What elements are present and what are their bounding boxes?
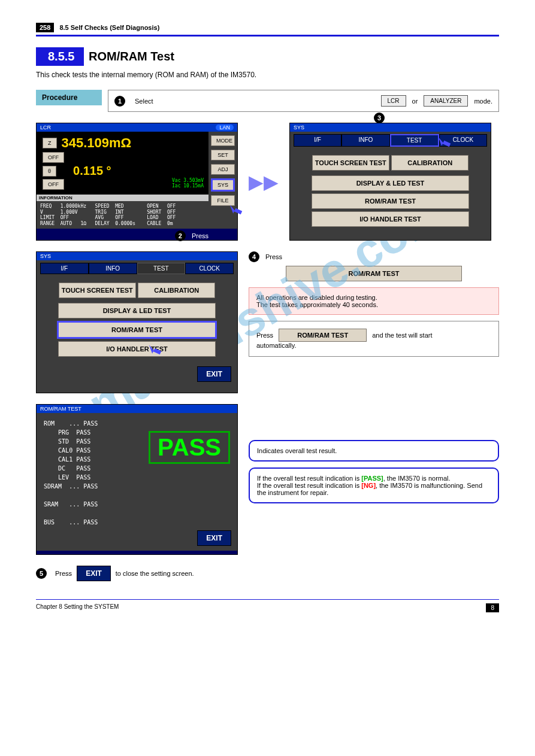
step-4-text: Press — [265, 253, 282, 260]
touchscreen-test-button[interactable]: TOUCH SCREEN TEST — [59, 283, 136, 298]
procedure-row: Procedure 1 Select LCR or ANALYZER mode. — [36, 90, 499, 112]
display-led-test-button[interactable]: DISPLAY & LED TEST — [312, 175, 469, 191]
value-theta: 0.115 ° — [73, 164, 111, 178]
result-explain-box: If the overall test result indication is… — [249, 467, 499, 503]
rom-ram-ref-button[interactable]: ROM/RAM TEST — [286, 266, 463, 281]
page-num-badge: 258 — [36, 23, 54, 32]
off-button-2[interactable]: OFF — [43, 179, 64, 190]
tab-test[interactable]: TEST — [137, 263, 186, 274]
value-z: 345.109mΩ — [62, 135, 132, 151]
tab-info[interactable]: INFO — [341, 134, 389, 147]
rom-ram-test-button-selected[interactable]: ROM/RAM TEST — [57, 321, 217, 339]
step-3-num: 3 — [374, 113, 385, 123]
rom-ram-inline-button[interactable]: ROM/RAM TEST — [279, 329, 367, 342]
display-led-test-button[interactable]: DISPLAY & LED TEST — [58, 303, 216, 318]
off-button-1[interactable]: OFF — [43, 152, 64, 163]
ng-word: [NG] — [361, 482, 376, 489]
step-1-box: 1 Select LCR or ANALYZER mode. — [108, 90, 499, 112]
pass-badge: PASS — [149, 431, 230, 464]
screenshot-lcr: LCRLAN Z 345.109mΩ OFF θ 0.115 ° OFF Vac — [36, 123, 238, 241]
or-text: or — [412, 98, 418, 105]
analyzer-button[interactable]: ANALYZER — [424, 95, 468, 107]
io-handler-test-button[interactable]: I/O HANDLER TEST — [312, 211, 469, 227]
section-desc: This check tests the internal memory (RO… — [36, 71, 499, 79]
procedure-label: Procedure — [36, 90, 102, 105]
step-3-text: Press — [391, 114, 407, 122]
shot2-titlebar: SYS — [290, 123, 491, 132]
step-2-text: Press — [192, 232, 208, 239]
panels-row-1: LCRLAN Z 345.109mΩ OFF θ 0.115 ° OFF Vac — [36, 123, 499, 241]
breadcrumb-text: 8.5 Self Checks (Self Diagnosis) — [59, 24, 159, 31]
touchscreen-test-button[interactable]: TOUCH SCREEN TEST — [312, 155, 389, 171]
tab-if[interactable]: I/F — [294, 134, 341, 147]
note-box: All operations are disabled during testi… — [249, 287, 499, 315]
panels-row-3: ROM/RAM TEST ROM ... PASS PRG PASS STD P… — [36, 404, 499, 555]
rom-ram-test-button[interactable]: ROM/RAM TEST — [312, 193, 469, 209]
step-1-num: 1 — [114, 96, 125, 107]
io-handler-test-button[interactable]: I/O HANDLER TEST — [58, 341, 216, 357]
info-header: INFORMATION — [37, 195, 208, 201]
step-2-num: 2 — [175, 230, 186, 241]
exit-button[interactable]: EXIT — [197, 366, 231, 382]
step-5-rest: to close the setting screen. — [116, 570, 194, 577]
footer-chap: 8 — [486, 603, 499, 612]
section-title: ROM/RAM Test — [89, 50, 174, 63]
z-button[interactable]: Z — [43, 138, 57, 148]
adj-button[interactable]: ADJ — [211, 164, 235, 175]
calibration-button[interactable]: CALIBRATION — [391, 155, 468, 171]
info-box: Press ROM/RAM TEST and the test will sta… — [249, 321, 499, 357]
pass-word: [PASS] — [361, 475, 383, 482]
result-indicator-box: Indicates overall test result. — [249, 440, 499, 462]
panels-row-2: SYS I/F INFO TEST CLOCK TOUCH SCREEN TES… — [36, 251, 499, 393]
step-4-column: 4 Press ROM/RAM TEST All operations are … — [249, 251, 499, 393]
shot1-titlebar: LCRLAN — [37, 123, 237, 132]
mode-text: mode. — [474, 98, 492, 105]
exit-button-final[interactable]: EXIT — [77, 566, 111, 581]
tab-info[interactable]: INFO — [89, 263, 137, 274]
section-number: 8.5.5 — [36, 47, 84, 66]
footer-left: Chapter 8 Setting the SYSTEM — [36, 603, 119, 612]
section-header: 8.5.5 ROM/RAM Test — [36, 47, 499, 66]
screenshot-sys-2: SYS I/F INFO TEST CLOCK TOUCH SCREEN TES… — [36, 251, 238, 393]
set-button[interactable]: SET — [211, 150, 235, 160]
theta-button[interactable]: θ — [43, 166, 56, 177]
step-4-num: 4 — [249, 251, 259, 262]
tab-clock[interactable]: CLOCK — [185, 263, 234, 274]
step-5-row: 5 Press EXIT to close the setting screen… — [36, 566, 499, 581]
mode-button[interactable]: MODE — [211, 135, 235, 146]
info-table: FREQ 1.0000kHz SPEED MED OPEN OFF V 1.00… — [37, 201, 208, 229]
sys-button[interactable]: SYS — [211, 178, 235, 192]
screenshot-result: ROM/RAM TEST ROM ... PASS PRG PASS STD P… — [36, 404, 238, 555]
footer: Chapter 8 Setting the SYSTEM 8 — [36, 599, 499, 612]
step-5-press: Press — [55, 570, 72, 577]
result-column: Indicates overall test result. If the ov… — [249, 404, 499, 555]
breadcrumb: 258 8.5 Self Checks (Self Diagnosis) — [36, 24, 499, 34]
screenshot-sys-1: SYS I/F INFO TEST CLOCK TOUCH SCREEN TES… — [289, 123, 491, 241]
step-5-num: 5 — [36, 568, 47, 579]
step-1-intro: Select — [135, 98, 153, 105]
calibration-button[interactable]: CALIBRATION — [138, 283, 215, 298]
tab-if[interactable]: I/F — [40, 263, 89, 274]
exit-button[interactable]: EXIT — [197, 530, 231, 546]
lcr-button[interactable]: LCR — [381, 95, 406, 107]
forward-arrow-icon: ▶▶ — [249, 171, 279, 193]
title-rule — [36, 35, 499, 37]
